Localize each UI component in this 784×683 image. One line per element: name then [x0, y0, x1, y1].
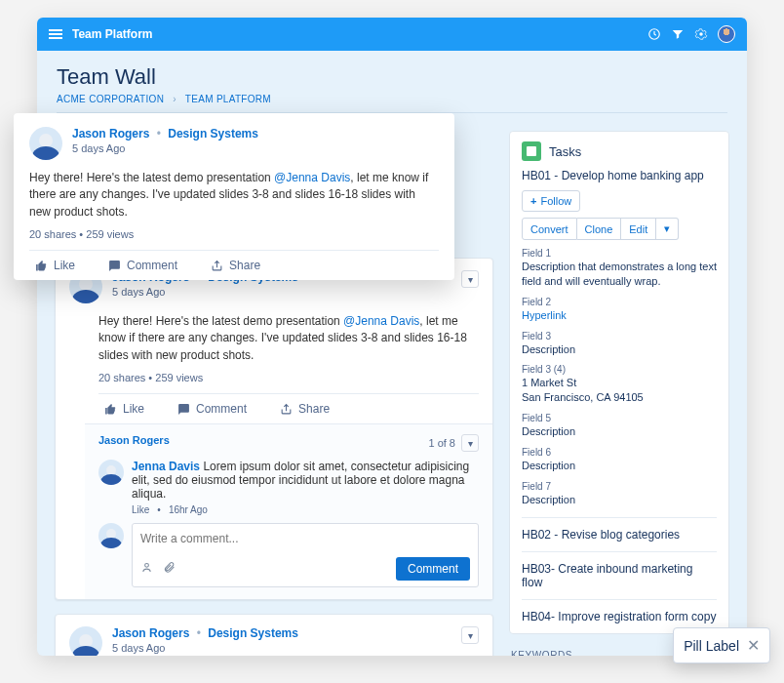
post-time: 5 days Ago: [72, 142, 439, 154]
field-value[interactable]: Hyperlink: [522, 308, 717, 323]
comment-send-button[interactable]: Comment: [396, 557, 470, 581]
floating-pill[interactable]: Pill Label ✕: [673, 627, 770, 663]
breadcrumb: ACME CORPORATION › TEAM PLATFORM: [57, 94, 727, 113]
avatar[interactable]: [98, 523, 124, 548]
field-value: 1 Market St San Francisco, CA 94105: [522, 376, 717, 405]
post-time: 5 days Ago: [112, 286, 451, 298]
tasks-icon: [522, 141, 541, 161]
comment-button[interactable]: Comment: [102, 251, 183, 280]
task-item[interactable]: HB04- Improve registration form copy: [522, 599, 717, 623]
tasks-panel: Tasks HB01 - Develop home banking app Fo…: [509, 131, 729, 634]
field-label: Field 6: [522, 447, 717, 458]
share-button[interactable]: Share: [274, 394, 335, 423]
convert-button[interactable]: Convert: [522, 218, 577, 240]
comment-composer: Comment: [98, 523, 479, 587]
author-link[interactable]: Jason Rogers: [112, 626, 189, 640]
field-value: Description: [522, 493, 717, 507]
field-label: Field 5: [522, 413, 717, 423]
avatar[interactable]: [69, 626, 102, 656]
attach-icon[interactable]: [163, 561, 176, 577]
comments-expand[interactable]: Jason Rogers: [98, 434, 170, 452]
field-label: Field 3: [522, 331, 717, 342]
comments-pager: 1 of 8: [428, 437, 455, 449]
feed-post-floating: Jason Rogers • Design Systems 5 days Ago…: [14, 113, 454, 280]
clone-button[interactable]: Clone: [577, 218, 622, 240]
crumb-1[interactable]: ACME CORPORATION: [57, 94, 164, 104]
group-link[interactable]: Design Systems: [208, 626, 298, 640]
comment-time: 16hr Ago: [169, 504, 208, 515]
field-label: Field 7: [522, 481, 717, 492]
field-value: Description: [522, 459, 717, 473]
filter-icon[interactable]: [671, 27, 685, 41]
task-item[interactable]: HB03- Create inbound marketing flow: [522, 551, 717, 589]
close-icon[interactable]: ✕: [747, 636, 760, 655]
field-value: Description: [522, 342, 717, 357]
tasks-title: Tasks: [549, 144, 581, 159]
comment-author[interactable]: Jenna Davis: [132, 460, 200, 473]
group-link[interactable]: Design Systems: [168, 127, 258, 141]
post-menu-button[interactable]: ▾: [461, 626, 479, 644]
author-link[interactable]: Jason Rogers: [72, 127, 149, 141]
like-button[interactable]: Like: [98, 394, 150, 423]
comments-menu-button[interactable]: ▾: [461, 434, 479, 452]
topbar: Team Platform: [37, 18, 747, 51]
comment-button[interactable]: Comment: [172, 394, 253, 423]
field-value: Description that demonstrates a long tex…: [522, 260, 717, 289]
menu-icon[interactable]: [49, 27, 62, 41]
mention-link[interactable]: @Jenna Davis: [343, 314, 419, 328]
share-button[interactable]: Share: [205, 251, 266, 280]
post-stats: 20 shares • 259 views: [29, 228, 439, 240]
avatar[interactable]: [29, 127, 62, 160]
post-stats: 20 shares • 259 views: [98, 372, 479, 383]
follow-button[interactable]: Follow: [522, 190, 580, 212]
post-body: Hey there! Here's the latest demo presen…: [98, 313, 479, 364]
gear-icon[interactable]: [694, 27, 708, 41]
post-time: 5 days Ago: [112, 642, 451, 654]
field-label: Field 2: [522, 297, 717, 307]
like-button[interactable]: Like: [29, 251, 81, 280]
page-header: Team Wall ACME CORPORATION › TEAM PLATFO…: [37, 51, 747, 121]
task-more-button[interactable]: ▾: [656, 218, 679, 240]
task-item[interactable]: HB02 - Revise blog categories: [522, 517, 717, 542]
post-menu-button[interactable]: ▾: [461, 270, 479, 288]
field-label: Field 1: [522, 248, 717, 259]
crumb-2[interactable]: TEAM PLATFORM: [185, 94, 271, 104]
edit-button[interactable]: Edit: [621, 218, 656, 240]
task-main-title[interactable]: HB01 - Develop home banking app: [522, 169, 717, 182]
page-title: Team Wall: [57, 64, 727, 90]
svg-point-1: [699, 32, 703, 36]
mention-icon[interactable]: [140, 561, 153, 577]
app-title: Team Platform: [72, 27, 152, 41]
comment: Jenna Davis Lorem ipsum dolor sit amet, …: [98, 460, 479, 515]
avatar[interactable]: [98, 460, 124, 485]
mention-link[interactable]: @Jenna Davis: [274, 171, 350, 184]
comment-like[interactable]: Like: [132, 504, 149, 515]
feed-post: Jason Rogers • Design Systems 5 days Ago…: [55, 258, 493, 600]
user-avatar[interactable]: [718, 25, 735, 43]
feed-post: Jason Rogers • Design Systems 5 days Ago…: [55, 614, 493, 656]
svg-point-2: [145, 564, 149, 568]
field-label: Field 3 (4): [522, 364, 717, 375]
field-value: Description: [522, 424, 717, 439]
comment-input[interactable]: [140, 530, 470, 547]
post-body: Hey there! Here's the latest demo presen…: [29, 170, 439, 221]
clock-icon[interactable]: [647, 27, 661, 41]
